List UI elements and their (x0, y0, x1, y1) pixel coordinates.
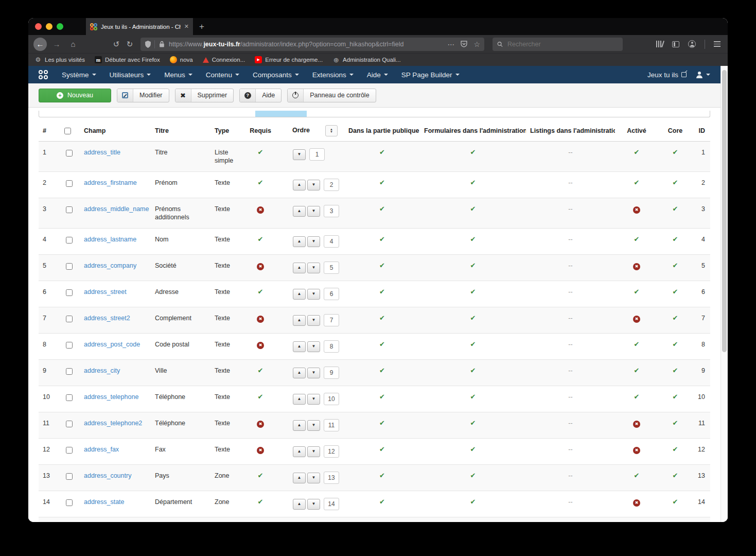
row-checkbox[interactable] (66, 473, 73, 480)
header-required[interactable]: Requis (244, 120, 276, 142)
header-core[interactable]: Core (658, 120, 692, 142)
field-link[interactable]: address_lastname (84, 236, 136, 243)
row-checkbox[interactable] (66, 368, 73, 375)
order-input[interactable] (324, 179, 339, 191)
order-down-button[interactable]: ▼ (307, 315, 320, 326)
user-menu[interactable] (696, 72, 713, 78)
order-down-button[interactable]: ▼ (307, 446, 320, 457)
browser-tab[interactable]: Jeux tu ils - Administration - Ch ✕ (86, 18, 193, 35)
field-link[interactable]: address_telephone2 (84, 420, 142, 427)
order-down-button[interactable]: ▼ (307, 499, 320, 510)
menu-item-syst-me[interactable]: Système (55, 66, 103, 83)
control-panel-button[interactable]: Panneau de contrôle (287, 89, 376, 102)
search-input[interactable] (506, 40, 618, 48)
reload-button[interactable]: ↻ (123, 38, 136, 51)
back-button[interactable]: ← (33, 38, 47, 51)
row-checkbox[interactable] (66, 447, 73, 454)
order-down-button[interactable]: ▼ (307, 473, 320, 483)
order-up-button[interactable]: ▲ (293, 473, 306, 483)
field-link[interactable]: address_company (84, 262, 136, 269)
history-icon[interactable]: ↺ (110, 38, 123, 51)
order-input[interactable] (324, 340, 339, 353)
pocket-icon[interactable] (461, 41, 467, 47)
field-link[interactable]: address_middle_name (84, 205, 149, 213)
field-link[interactable]: address_state (84, 498, 125, 506)
menu-item-aide[interactable]: Aide (360, 66, 395, 83)
header-frontend[interactable]: Dans la partie publique (344, 120, 420, 142)
order-input[interactable] (324, 472, 339, 484)
field-link[interactable]: address_title (84, 149, 120, 156)
row-checkbox[interactable] (66, 499, 73, 506)
order-down-button[interactable]: ▼ (307, 394, 320, 405)
edit-button[interactable]: Modifier (117, 89, 169, 102)
row-checkbox[interactable] (66, 289, 73, 296)
order-input[interactable] (324, 419, 339, 431)
order-up-button[interactable]: ▲ (293, 263, 306, 273)
order-input[interactable] (324, 205, 339, 217)
page-actions-icon[interactable]: ⋯ (447, 40, 454, 48)
order-input[interactable] (309, 148, 325, 161)
select-all-checkbox[interactable] (64, 128, 71, 134)
order-down-button[interactable]: ▼ (293, 149, 306, 160)
order-up-button[interactable]: ▲ (293, 236, 306, 247)
row-checkbox[interactable] (66, 394, 73, 401)
order-down-button[interactable]: ▼ (307, 236, 320, 247)
row-checkbox[interactable] (66, 342, 73, 349)
order-up-button[interactable]: ▲ (293, 394, 306, 405)
order-input[interactable] (324, 314, 339, 326)
header-order[interactable]: Ordre▲▼ (276, 120, 344, 142)
header-id[interactable]: ID (692, 120, 710, 142)
row-checkbox[interactable] (66, 237, 73, 244)
library-icon[interactable] (656, 41, 663, 47)
row-checkbox[interactable] (66, 180, 73, 187)
order-up-button[interactable]: ▲ (293, 368, 306, 378)
zoom-window-button[interactable] (57, 23, 63, 30)
header-field[interactable]: Champ (80, 120, 151, 142)
row-checkbox[interactable] (66, 316, 73, 322)
order-input[interactable] (324, 445, 339, 458)
forward-button[interactable]: → (50, 38, 63, 51)
header-type[interactable]: Type (210, 120, 244, 142)
field-link[interactable]: address_post_code (84, 341, 140, 348)
order-down-button[interactable]: ▼ (307, 420, 320, 431)
tab-close-icon[interactable]: ✕ (184, 23, 189, 30)
scrollbar-track[interactable] (720, 66, 728, 522)
menu-item-menus[interactable]: Menus (157, 66, 199, 83)
close-window-button[interactable] (35, 23, 42, 30)
field-link[interactable]: address_city (84, 367, 120, 374)
bookmark-item[interactable]: nova (170, 56, 193, 63)
header-enabled[interactable]: Activé (615, 120, 658, 142)
order-up-button[interactable]: ▲ (293, 180, 306, 190)
bookmark-item[interactable]: mDébuter avec Firefox (95, 56, 160, 63)
row-checkbox[interactable] (66, 206, 73, 213)
header-backend-listing[interactable]: Listings dans l'administration (526, 120, 615, 142)
bookmark-item[interactable]: ⚙Les plus visités (34, 56, 85, 63)
order-input[interactable] (324, 288, 339, 300)
help-button[interactable]: ? Aide (239, 89, 282, 102)
active-tab-fragment[interactable] (255, 111, 307, 117)
menu-item-sp-page-builder[interactable]: SP Page Builder (395, 66, 466, 83)
order-down-button[interactable]: ▼ (307, 206, 320, 217)
menu-item-extensions[interactable]: Extensions (306, 66, 360, 83)
field-link[interactable]: address_street (84, 288, 127, 296)
order-input[interactable] (324, 262, 339, 274)
menu-item-composants[interactable]: Composants (246, 66, 306, 83)
header-backend-form[interactable]: Formulaires dans l'administration (420, 120, 526, 142)
order-up-button[interactable]: ▲ (293, 446, 306, 457)
home-button[interactable]: ⌂ (66, 38, 80, 51)
bookmark-item[interactable]: ⊕Administration Quali... (332, 56, 401, 63)
field-link[interactable]: address_street2 (84, 315, 130, 322)
order-up-button[interactable]: ▲ (293, 206, 306, 217)
url-text[interactable]: https://www.jeux-tu-ils.fr/administrator… (169, 41, 443, 48)
minimize-window-button[interactable] (46, 23, 52, 30)
field-link[interactable]: address_firstname (84, 179, 137, 186)
order-up-button[interactable]: ▲ (293, 341, 306, 352)
order-down-button[interactable]: ▼ (307, 180, 320, 190)
sidebar-icon[interactable] (672, 41, 679, 47)
row-checkbox[interactable] (66, 421, 73, 427)
order-up-button[interactable]: ▲ (293, 315, 306, 326)
order-up-button[interactable]: ▲ (293, 420, 306, 431)
menu-item-utilisateurs[interactable]: Utilisateurs (103, 66, 158, 83)
row-checkbox[interactable] (66, 150, 73, 157)
new-tab-button[interactable]: + (193, 18, 210, 35)
